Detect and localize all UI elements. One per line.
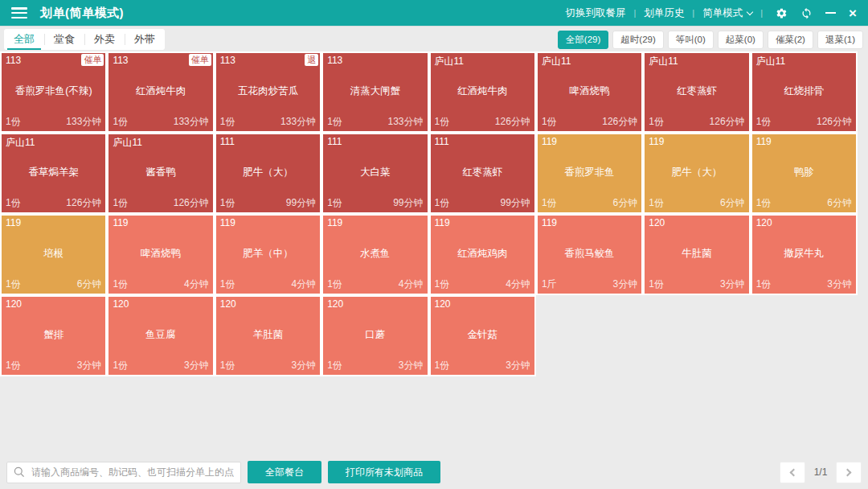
dish-card[interactable]: 120 鱼豆腐 1份 3分钟 (107, 295, 214, 376)
status-filter-chip[interactable]: 催菜(2) (768, 31, 813, 49)
dish-name: 羊肚菌 (220, 312, 316, 359)
dish-name: 红酒炖鸡肉 (435, 231, 530, 277)
elapsed-time: 133分钟 (66, 115, 101, 129)
dish-card[interactable]: 111 大白菜 1份 99分钟 (321, 133, 428, 214)
prev-page-button[interactable] (780, 462, 805, 483)
dish-card[interactable]: 120 金针菇 1份 3分钟 (429, 295, 536, 376)
print-unmarked-button[interactable]: 打印所有未划商品 (328, 461, 440, 483)
dish-card[interactable]: 119 水煮鱼 1份 4分钟 (321, 214, 428, 295)
dish-name: 撒尿牛丸 (756, 231, 852, 277)
dish-quantity: 1份 (435, 115, 450, 129)
table-number: 119 (756, 136, 772, 147)
dish-name: 五花肉炒苦瓜 (220, 68, 316, 115)
divider: | (760, 8, 763, 18)
chevron-right-icon (844, 468, 852, 476)
dish-card[interactable]: 119 红酒炖鸡肉 1份 4分钟 (429, 214, 536, 295)
table-number: 119 (113, 217, 128, 228)
dish-name: 香煎罗非鱼(不辣) (6, 68, 101, 115)
tab-label: 外卖 (94, 32, 115, 47)
elapsed-time: 99分钟 (286, 196, 316, 210)
dish-card[interactable]: 119 肥牛（大） 1份 6分钟 (643, 133, 750, 214)
table-number: 119 (542, 136, 557, 147)
elapsed-time: 126分钟 (66, 196, 101, 210)
dish-card[interactable]: 庐山11 红烧排骨 1份 126分钟 (751, 51, 858, 133)
dish-quantity: 1份 (327, 277, 342, 291)
tab-外带[interactable]: 外带 (125, 29, 165, 50)
elapsed-time: 133分钟 (280, 115, 316, 129)
dish-quantity: 1份 (6, 359, 21, 372)
dish-quantity: 1份 (220, 115, 235, 129)
switch-to-pickup-screen-link[interactable]: 切换到取餐屏 (557, 6, 633, 20)
dish-card-grid: 113 催单 香煎罗非鱼(不辣) 1份 133分钟 113 催单 红酒炖牛肉 1… (0, 51, 858, 376)
tab-堂食[interactable]: 堂食 (44, 29, 84, 50)
dish-card[interactable]: 120 口蘑 1份 3分钟 (321, 295, 428, 376)
elapsed-time: 6分钟 (613, 196, 638, 210)
table-number: 庐山11 (756, 55, 785, 68)
dish-card[interactable]: 111 肥牛（大） 1份 99分钟 (215, 133, 321, 214)
dish-card[interactable]: 119 鸭胗 1份 6分钟 (751, 133, 858, 214)
dish-card[interactable]: 庐山11 红酒炖牛肉 1份 126分钟 (429, 51, 536, 133)
dish-card[interactable]: 120 蟹排 1份 3分钟 (0, 295, 107, 376)
dish-card[interactable]: 111 红枣蒸虾 1份 99分钟 (429, 133, 536, 214)
dish-quantity: 1份 (113, 277, 128, 291)
dish-card[interactable]: 庐山11 酱香鸭 1份 126分钟 (107, 133, 214, 214)
dish-card[interactable]: 119 香煎罗非鱼 1份 6分钟 (536, 133, 643, 214)
dish-name: 红枣蒸虾 (649, 68, 744, 115)
status-filter-chip[interactable]: 起菜(0) (718, 31, 764, 49)
table-number: 120 (649, 217, 665, 228)
dish-card[interactable]: 庐山11 啤酒烧鸭 1份 126分钟 (536, 51, 643, 133)
elapsed-time: 6分钟 (77, 277, 102, 291)
elapsed-time: 126分钟 (710, 115, 745, 129)
dish-quantity: 1份 (542, 196, 557, 210)
minimize-icon[interactable] (825, 12, 836, 14)
dish-name: 鱼豆腐 (113, 312, 208, 359)
dish-quantity: 1份 (756, 115, 772, 129)
dish-quantity: 1份 (113, 359, 128, 372)
dish-card[interactable]: 119 香煎马鲛鱼 1斤 3分钟 (536, 214, 643, 295)
dish-card[interactable]: 113 退 五花肉炒苦瓜 1份 133分钟 (215, 51, 321, 133)
dish-card[interactable]: 120 羊肚菌 1份 3分钟 (215, 295, 321, 376)
dish-card[interactable]: 庐山11 香草焗羊架 1份 126分钟 (0, 133, 107, 214)
dish-card[interactable]: 113 催单 香煎罗非鱼(不辣) 1份 133分钟 (0, 51, 107, 133)
table-number: 113 (6, 55, 21, 66)
dish-name: 香煎马鲛鱼 (542, 231, 637, 277)
dish-card[interactable]: 120 牛肚菌 1份 3分钟 (643, 214, 750, 295)
status-filter-chip[interactable]: 等叫(0) (668, 31, 714, 49)
dish-quantity: 1份 (327, 115, 342, 129)
status-filter-chip[interactable]: 退菜(1) (817, 31, 863, 49)
all-tables-button[interactable]: 全部餐台 (248, 461, 321, 483)
next-page-button[interactable] (836, 462, 862, 483)
table-number: 113 (113, 55, 128, 66)
table-number: 113 (220, 55, 235, 66)
sync-icon[interactable] (800, 7, 813, 19)
elapsed-time: 126分钟 (174, 196, 209, 210)
dish-card[interactable]: 庐山11 红枣蒸虾 1份 126分钟 (643, 51, 750, 133)
dish-card[interactable]: 119 培根 1份 6分钟 (0, 214, 107, 295)
settings-gear-icon[interactable] (776, 7, 788, 19)
status-filter-chip[interactable]: 超时(29) (612, 31, 663, 49)
order-history-link[interactable]: 划单历史 (636, 6, 692, 20)
tab-外卖[interactable]: 外卖 (84, 29, 125, 50)
search-icon (13, 466, 26, 482)
table-number: 120 (756, 217, 772, 228)
dish-quantity: 1份 (220, 196, 235, 210)
dish-card[interactable]: 113 催单 红酒炖牛肉 1份 133分钟 (107, 51, 214, 133)
dish-quantity: 1份 (435, 196, 450, 210)
status-filter-chip[interactable]: 全部(29) (558, 31, 608, 49)
search-input[interactable] (6, 462, 241, 483)
status-badge: 催单 (189, 54, 211, 66)
dish-card[interactable]: 119 肥羊（中） 1份 4分钟 (215, 214, 321, 295)
tab-全部[interactable]: 全部 (4, 29, 44, 50)
dish-card[interactable]: 113 清蒸大闸蟹 1份 133分钟 (321, 51, 428, 133)
pagination: 1/1 (780, 462, 862, 483)
dish-card[interactable]: 119 啤酒烧鸭 1份 4分钟 (107, 214, 214, 295)
dish-name: 红酒炖牛肉 (113, 68, 208, 115)
menu-icon[interactable] (11, 7, 27, 18)
close-icon[interactable]: × (849, 6, 857, 20)
divider: | (633, 8, 636, 18)
mode-dropdown[interactable]: 简单模式 (694, 6, 760, 20)
table-number: 庐山11 (435, 55, 464, 68)
dish-quantity: 1份 (435, 359, 450, 372)
table-number: 120 (113, 298, 129, 310)
dish-card[interactable]: 120 撒尿牛丸 1份 3分钟 (751, 214, 858, 295)
